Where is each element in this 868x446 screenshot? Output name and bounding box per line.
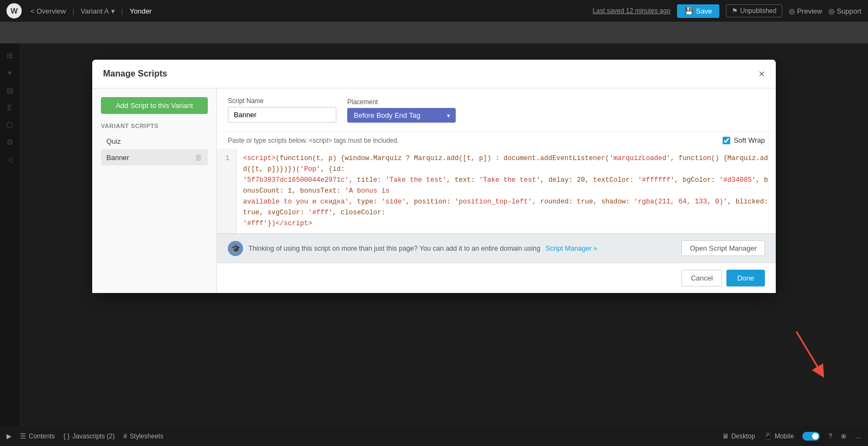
bottom-bar-zoom[interactable]: ⊕: [841, 432, 846, 440]
placement-label: Placement: [347, 98, 456, 106]
done-button[interactable]: Done: [726, 270, 765, 286]
top-bar-right: Last saved 12 minutes ago 💾 Save ⚑ Unpub…: [592, 4, 861, 18]
code-editor-wrapper: 1 <script>(function(t, p) {window.Marqui…: [217, 149, 776, 233]
hint-text: Paste or type scripts below. <script> ta…: [228, 137, 399, 144]
script-list-item-banner[interactable]: Banner 🗑: [101, 149, 208, 165]
delete-banner-icon[interactable]: 🗑: [195, 153, 202, 162]
bottom-bar-javascripts[interactable]: { } Javascripts (2): [63, 432, 114, 440]
script-hint-row: Paste or type scripts below. <script> ta…: [217, 132, 776, 149]
footer-info-text: Thinking of using this script on more th…: [248, 245, 540, 252]
logo: W: [7, 3, 22, 18]
view-toggle[interactable]: [802, 432, 820, 441]
script-name-label: Script Name: [228, 97, 336, 105]
bottom-bar-desktop[interactable]: 🖥 Desktop: [722, 432, 755, 440]
footer-info-left: 🎓 Thinking of using this script on more …: [228, 241, 597, 256]
bottom-bar-stylesheets[interactable]: # Stylesheets: [123, 432, 163, 440]
script-name-input[interactable]: [228, 107, 336, 123]
bottom-bar-contents[interactable]: ☰ Contents: [20, 432, 55, 440]
desktop-label: Desktop: [731, 432, 755, 440]
css-icon: #: [123, 432, 127, 440]
stylesheets-label: Stylesheets: [130, 432, 163, 440]
modal-actions: Cancel Done: [217, 263, 776, 293]
modal-title: Manage Scripts: [103, 69, 167, 79]
script-config: Script Name Placement Before Body End Ta…: [217, 88, 776, 132]
support-button[interactable]: ◎ Support: [828, 7, 861, 15]
nav-variant[interactable]: Variant A ▾: [76, 5, 119, 17]
script-name-banner: Banner: [106, 154, 129, 162]
placement-select[interactable]: Before Body End Tag After Body Start Tag…: [347, 108, 456, 123]
bottom-bar-mobile[interactable]: 📱 Mobile: [764, 432, 794, 440]
soft-wrap-checkbox[interactable]: [723, 137, 730, 144]
js-icon: { }: [63, 432, 69, 440]
help-icon: ◎: [828, 7, 834, 15]
variant-scripts-label: VARIANT SCRIPTS: [101, 123, 208, 129]
footer-graduation-icon: 🎓: [228, 241, 243, 256]
logo-text: W: [10, 7, 17, 15]
bottom-bar-more[interactable]: …: [855, 432, 861, 440]
nav-overview[interactable]: < Overview: [26, 5, 70, 17]
modal-close-button[interactable]: ×: [758, 68, 765, 79]
flag-icon: ⚑: [732, 7, 738, 15]
code-content[interactable]: <script>(function(t, p) {window.Marquiz …: [237, 149, 776, 233]
script-name-quiz: Quiz: [106, 137, 121, 145]
eye-icon: ◎: [789, 7, 795, 15]
modal-sidebar: Add Script to this Variant VARIANT SCRIP…: [92, 88, 217, 293]
modal-header: Manage Scripts ×: [92, 60, 776, 88]
last-saved: Last saved 12 minutes ago: [592, 7, 670, 15]
line-numbers: 1: [217, 149, 237, 233]
script-manager-link[interactable]: Script Manager »: [546, 245, 597, 252]
nav-current: Yonder: [125, 5, 156, 17]
modal-overlay: Manage Scripts × Add Script to this Vari…: [0, 43, 868, 426]
placement-group: Placement Before Body End Tag After Body…: [347, 98, 456, 123]
desktop-icon: 🖥: [722, 432, 729, 440]
unpublished-button[interactable]: ⚑ Unpublished: [726, 4, 782, 17]
bottom-bar-right: 🖥 Desktop 📱 Mobile ? ⊕ …: [722, 432, 861, 441]
placement-select-wrapper: Before Body End Tag After Body Start Tag…: [347, 108, 456, 123]
soft-wrap-label[interactable]: Soft Wrap: [723, 136, 765, 144]
javascripts-label: Javascripts (2): [72, 432, 114, 440]
nav-sep1: |: [72, 7, 74, 15]
script-name-group: Script Name: [228, 97, 336, 123]
svg-line-1: [796, 332, 821, 372]
editor-bg: ⊞ ✦ ▤ E ⬡ ⚙ ◁ Manage Scripts × Add Scrip…: [0, 22, 868, 446]
red-arrow-indicator: [791, 326, 829, 380]
open-script-manager-button[interactable]: Open Script Manager: [681, 240, 765, 256]
preview-button[interactable]: ◎ Preview: [789, 7, 822, 15]
save-icon: 💾: [685, 7, 693, 15]
modal-body: Add Script to this Variant VARIANT SCRIP…: [92, 88, 776, 293]
manage-scripts-modal: Manage Scripts × Add Script to this Vari…: [92, 60, 776, 293]
bottom-bar-expand[interactable]: ▶: [7, 432, 11, 440]
contents-icon: ☰: [20, 432, 26, 440]
top-bar: W < Overview | Variant A ▾ | Yonder Last…: [0, 0, 868, 22]
bottom-bar: ▶ ☰ Contents { } Javascripts (2) # Style…: [0, 426, 868, 446]
save-button[interactable]: 💾 Save: [677, 4, 720, 18]
top-nav: < Overview | Variant A ▾ | Yonder: [26, 5, 156, 17]
contents-label: Contents: [29, 432, 55, 440]
modal-main: Script Name Placement Before Body End Ta…: [217, 88, 776, 293]
soft-wrap-text: Soft Wrap: [733, 136, 765, 144]
code-editor[interactable]: 1 <script>(function(t, p) {window.Marqui…: [217, 149, 776, 233]
bottom-bar-help[interactable]: ?: [828, 432, 832, 440]
nav-sep2: |: [122, 7, 123, 15]
footer-info-bar: 🎓 Thinking of using this script on more …: [217, 233, 776, 263]
add-script-button[interactable]: Add Script to this Variant: [101, 97, 208, 114]
cancel-button[interactable]: Cancel: [681, 270, 722, 286]
mobile-icon: 📱: [764, 432, 772, 440]
mobile-label: Mobile: [775, 432, 794, 440]
script-list-item-quiz[interactable]: Quiz: [101, 133, 208, 149]
